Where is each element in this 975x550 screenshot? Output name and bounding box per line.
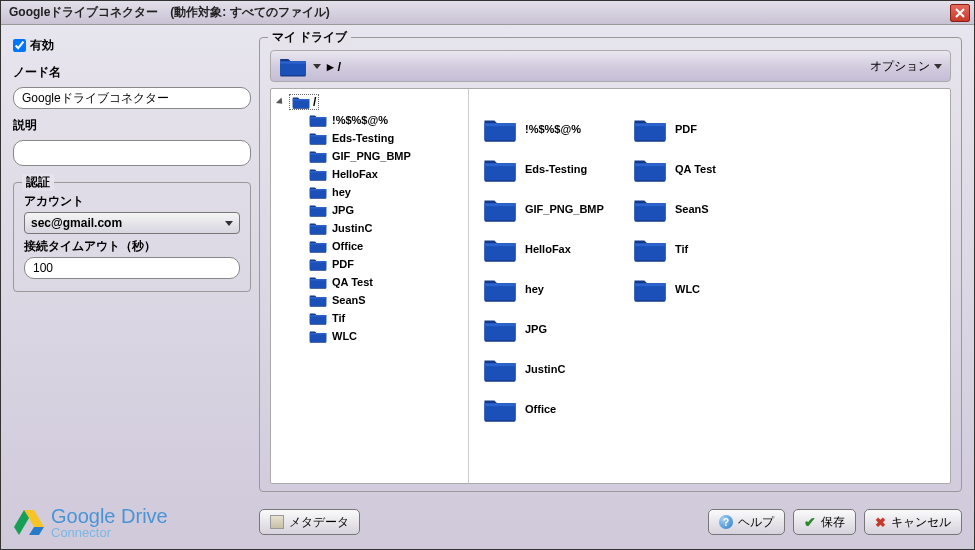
metadata-label: メタデータ [289,514,349,531]
cancel-button[interactable]: ✖ キャンセル [864,509,962,535]
description-input[interactable] [13,140,251,166]
tree-item[interactable]: JustinC [307,219,466,237]
tree-children: !%$%$@%Eds-TestingGIF_PNG_BMPHelloFaxhey… [307,111,466,345]
grid-item-label: Office [525,403,556,415]
options-label: オプション [870,58,930,75]
account-label: アカウント [24,193,240,210]
tree-item[interactable]: QA Test [307,273,466,291]
help-label: ヘルプ [738,514,774,531]
grid-item[interactable]: !%$%$@% [479,109,629,149]
tree-root[interactable]: / [273,93,466,111]
tree-item[interactable]: PDF [307,255,466,273]
folder-icon [309,113,327,127]
expander-icon[interactable] [275,97,285,107]
folder-icon [309,167,327,181]
grid-item-label: PDF [675,123,697,135]
folder-icon [483,196,517,222]
tree-item[interactable]: SeanS [307,291,466,309]
folder-icon [309,149,327,163]
nodename-input[interactable] [13,87,251,109]
tree-item[interactable]: hey [307,183,466,201]
right-panel: マイ ドライブ ▸ / オプション [259,37,962,493]
tree-item-label: !%$%$@% [332,114,388,126]
folder-icon [309,203,327,217]
grid-item[interactable]: JPG [479,309,629,349]
help-button[interactable]: ? ヘルプ [708,509,785,535]
check-icon: ✔ [804,514,816,530]
folder-icon [483,396,517,422]
grid-item[interactable]: Office [479,389,629,429]
drive-toolbar: ▸ / オプション [270,50,951,82]
folder-icon [309,185,327,199]
tree-item-label: JustinC [332,222,372,234]
folder-icon [633,236,667,262]
tree-item-label: Eds-Testing [332,132,394,144]
save-label: 保存 [821,514,845,531]
grid-item[interactable]: Tif [629,229,779,269]
folder-icon [309,293,327,307]
grid-item[interactable]: QA Test [629,149,779,189]
folder-icon [633,196,667,222]
grid-item[interactable]: PDF [629,109,779,149]
x-icon: ✖ [875,515,886,530]
folder-icon [483,276,517,302]
metadata-button[interactable]: メタデータ [259,509,360,535]
tree-item-label: GIF_PNG_BMP [332,150,411,162]
folder-tree[interactable]: / !%$%$@%Eds-TestingGIF_PNG_BMPHelloFaxh… [271,89,469,483]
folder-icon [309,257,327,271]
tree-item[interactable]: HelloFax [307,165,466,183]
tree-item[interactable]: !%$%$@% [307,111,466,129]
tree-item[interactable]: JPG [307,201,466,219]
grid-item[interactable]: Eds-Testing [479,149,629,189]
folder-icon [483,356,517,382]
save-button[interactable]: ✔ 保存 [793,509,856,535]
folder-icon [633,156,667,182]
tree-item-label: PDF [332,258,354,270]
close-button[interactable] [950,4,970,22]
timeout-label: 接続タイムアウト（秒） [24,238,240,255]
auth-legend: 認証 [22,174,54,191]
titlebar[interactable]: Googleドライブコネクター (動作対象: すべてのファイル) [1,1,974,25]
grid-item-label: HelloFax [525,243,571,255]
tree-item[interactable]: Tif [307,309,466,327]
left-panel: 有効 ノード名 説明 認証 アカウント sec@gmail.com 接続タイムア… [13,37,251,493]
grid-item-label: !%$%$@% [525,123,581,135]
chevron-down-icon[interactable] [313,64,321,69]
folder-icon [309,275,327,289]
content-area: 有効 ノード名 説明 認証 アカウント sec@gmail.com 接続タイムア… [1,25,974,505]
grid-item[interactable]: HelloFax [479,229,629,269]
enabled-checkbox[interactable] [13,39,26,52]
folder-icon [309,329,327,343]
account-combo[interactable]: sec@gmail.com [24,212,240,234]
tree-item[interactable]: WLC [307,327,466,345]
tree-root-label: / [313,95,316,109]
timeout-input[interactable] [24,257,240,279]
grid-item[interactable]: hey [479,269,629,309]
folder-icon [483,236,517,262]
folder-icon [633,116,667,142]
account-value: sec@gmail.com [31,216,122,230]
breadcrumb-path[interactable]: ▸ / [327,59,341,74]
folder-icon [483,316,517,342]
footer: Google Drive Connector メタデータ ? ヘルプ ✔ 保存 … [1,505,974,549]
drive-browser: / !%$%$@%Eds-TestingGIF_PNG_BMPHelloFaxh… [270,88,951,484]
options-button[interactable]: オプション [870,58,942,75]
tree-item[interactable]: Eds-Testing [307,129,466,147]
tree-item[interactable]: GIF_PNG_BMP [307,147,466,165]
tree-item-label: QA Test [332,276,373,288]
tree-item[interactable]: Office [307,237,466,255]
folder-icon [292,95,310,109]
folder-icon [483,116,517,142]
metadata-icon [270,515,284,529]
folder-grid[interactable]: !%$%$@%Eds-TestingGIF_PNG_BMPHelloFaxhey… [469,89,950,483]
grid-item[interactable]: JustinC [479,349,629,389]
gdrive-icon [13,508,45,536]
grid-item-label: JustinC [525,363,565,375]
folder-icon [309,131,327,145]
grid-item[interactable]: GIF_PNG_BMP [479,189,629,229]
grid-item[interactable]: SeanS [629,189,779,229]
tree-item-label: WLC [332,330,357,342]
grid-item[interactable]: WLC [629,269,779,309]
tree-item-label: hey [332,186,351,198]
grid-item-label: hey [525,283,544,295]
